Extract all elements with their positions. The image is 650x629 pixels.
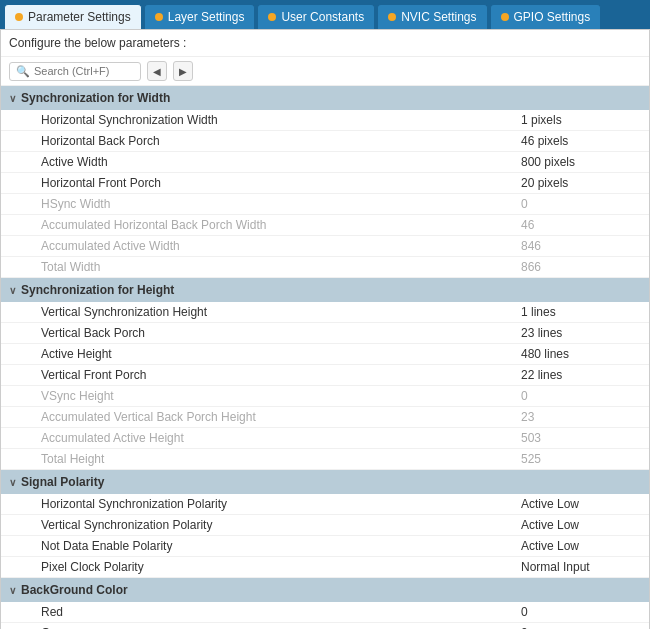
param-row: Total Width 866 xyxy=(1,257,649,278)
tab-dot-parameter xyxy=(15,13,23,21)
configure-label: Configure the below parameters : xyxy=(1,30,649,57)
param-row: Horizontal Synchronization Polarity Acti… xyxy=(1,494,649,515)
param-value: 866 xyxy=(521,260,641,274)
param-value: 22 lines xyxy=(521,368,641,382)
param-row: Pixel Clock Polarity Normal Input xyxy=(1,557,649,578)
nav-prev-button[interactable]: ◀ xyxy=(147,61,167,81)
param-row: Vertical Back Porch 23 lines xyxy=(1,323,649,344)
tab-dot-layer xyxy=(155,13,163,21)
section-label-sync-width: Synchronization for Width xyxy=(21,91,170,105)
param-name: Pixel Clock Polarity xyxy=(41,560,521,574)
param-row: Green 0 xyxy=(1,623,649,629)
param-name: Horizontal Synchronization Width xyxy=(41,113,521,127)
tab-gpio[interactable]: GPIO Settings xyxy=(490,4,602,29)
tab-label-parameter: Parameter Settings xyxy=(28,10,131,24)
tab-bar: Parameter SettingsLayer SettingsUser Con… xyxy=(0,0,650,29)
param-value: Active Low xyxy=(521,539,641,553)
param-value: Active Low xyxy=(521,518,641,532)
tab-label-gpio: GPIO Settings xyxy=(514,10,591,24)
param-value: 0 xyxy=(521,197,641,211)
section-header-bg-color[interactable]: ∨BackGround Color xyxy=(1,578,649,602)
param-row: Red 0 xyxy=(1,602,649,623)
tab-layer[interactable]: Layer Settings xyxy=(144,4,256,29)
param-name: Accumulated Active Width xyxy=(41,239,521,253)
param-value: 1 lines xyxy=(521,305,641,319)
main-panel: Configure the below parameters : 🔍 ◀ ▶ ∨… xyxy=(0,29,650,629)
tab-label-layer: Layer Settings xyxy=(168,10,245,24)
param-value: Normal Input xyxy=(521,560,641,574)
search-icon: 🔍 xyxy=(16,65,30,78)
param-value: 46 xyxy=(521,218,641,232)
sections-container: ∨Synchronization for Width Horizontal Sy… xyxy=(1,86,649,629)
tab-user[interactable]: User Constants xyxy=(257,4,375,29)
param-row: Accumulated Active Width 846 xyxy=(1,236,649,257)
param-value: 525 xyxy=(521,452,641,466)
param-value: 503 xyxy=(521,431,641,445)
param-row: Accumulated Horizontal Back Porch Width … xyxy=(1,215,649,236)
param-name: Active Width xyxy=(41,155,521,169)
param-value: 0 xyxy=(521,389,641,403)
section-label-sync-height: Synchronization for Height xyxy=(21,283,174,297)
param-row: Not Data Enable Polarity Active Low xyxy=(1,536,649,557)
param-name: Vertical Synchronization Polarity xyxy=(41,518,521,532)
param-name: Accumulated Horizontal Back Porch Width xyxy=(41,218,521,232)
section-arrow-signal-polarity: ∨ xyxy=(9,477,16,488)
section-header-sync-height[interactable]: ∨Synchronization for Height xyxy=(1,278,649,302)
param-row: Active Width 800 pixels xyxy=(1,152,649,173)
param-row: Horizontal Synchronization Width 1 pixel… xyxy=(1,110,649,131)
param-row: Active Height 480 lines xyxy=(1,344,649,365)
param-name: Total Height xyxy=(41,452,521,466)
param-name: VSync Height xyxy=(41,389,521,403)
param-value: 0 xyxy=(521,605,641,619)
param-value: 480 lines xyxy=(521,347,641,361)
section-header-sync-width[interactable]: ∨Synchronization for Width xyxy=(1,86,649,110)
param-name: Not Data Enable Polarity xyxy=(41,539,521,553)
param-row: Accumulated Active Height 503 xyxy=(1,428,649,449)
param-value: 800 pixels xyxy=(521,155,641,169)
section-label-bg-color: BackGround Color xyxy=(21,583,128,597)
param-name: Horizontal Synchronization Polarity xyxy=(41,497,521,511)
search-input-wrap[interactable]: 🔍 xyxy=(9,62,141,81)
tab-nvic[interactable]: NVIC Settings xyxy=(377,4,487,29)
param-name: Horizontal Back Porch xyxy=(41,134,521,148)
search-input[interactable] xyxy=(34,65,134,77)
param-name: Vertical Synchronization Height xyxy=(41,305,521,319)
param-row: Horizontal Front Porch 20 pixels xyxy=(1,173,649,194)
section-header-signal-polarity[interactable]: ∨Signal Polarity xyxy=(1,470,649,494)
param-name: Total Width xyxy=(41,260,521,274)
param-value: 846 xyxy=(521,239,641,253)
param-value: 46 pixels xyxy=(521,134,641,148)
param-value: 23 lines xyxy=(521,326,641,340)
param-value: 1 pixels xyxy=(521,113,641,127)
param-name: Red xyxy=(41,605,521,619)
tab-dot-gpio xyxy=(501,13,509,21)
param-value: 23 xyxy=(521,410,641,424)
param-value: Active Low xyxy=(521,497,641,511)
param-row: Accumulated Vertical Back Porch Height 2… xyxy=(1,407,649,428)
tab-dot-user xyxy=(268,13,276,21)
param-name: HSync Width xyxy=(41,197,521,211)
tab-parameter[interactable]: Parameter Settings xyxy=(4,4,142,29)
section-arrow-sync-height: ∨ xyxy=(9,285,16,296)
param-name: Accumulated Active Height xyxy=(41,431,521,445)
section-arrow-bg-color: ∨ xyxy=(9,585,16,596)
param-row: Vertical Synchronization Height 1 lines xyxy=(1,302,649,323)
tab-label-nvic: NVIC Settings xyxy=(401,10,476,24)
section-label-signal-polarity: Signal Polarity xyxy=(21,475,104,489)
tab-label-user: User Constants xyxy=(281,10,364,24)
param-name: Vertical Back Porch xyxy=(41,326,521,340)
param-name: Accumulated Vertical Back Porch Height xyxy=(41,410,521,424)
param-name: Horizontal Front Porch xyxy=(41,176,521,190)
param-row: VSync Height 0 xyxy=(1,386,649,407)
param-row: HSync Width 0 xyxy=(1,194,649,215)
param-row: Horizontal Back Porch 46 pixels xyxy=(1,131,649,152)
param-row: Vertical Front Porch 22 lines xyxy=(1,365,649,386)
tab-dot-nvic xyxy=(388,13,396,21)
search-bar: 🔍 ◀ ▶ xyxy=(1,57,649,86)
param-row: Total Height 525 xyxy=(1,449,649,470)
param-name: Active Height xyxy=(41,347,521,361)
nav-next-button[interactable]: ▶ xyxy=(173,61,193,81)
param-row: Vertical Synchronization Polarity Active… xyxy=(1,515,649,536)
section-arrow-sync-width: ∨ xyxy=(9,93,16,104)
param-name: Vertical Front Porch xyxy=(41,368,521,382)
